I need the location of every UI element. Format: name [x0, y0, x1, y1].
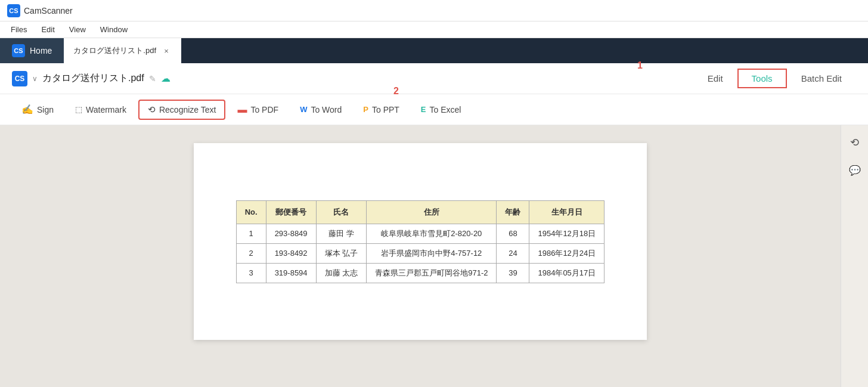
- menu-bar: Files Edit View Window: [0, 21, 868, 38]
- recognize-text-icon: ⟲: [148, 104, 156, 115]
- recognize-text-label: Recognize Text: [159, 105, 216, 114]
- document-page: No. 郵便番号 氏名 住所 年齢 生年月日 1 293-8849 藤田 学 岐…: [194, 143, 647, 340]
- doc-title-area: CS ∨ カタログ送付リスト.pdf ✎ ☁: [12, 71, 693, 86]
- document-canvas: No. 郵便番号 氏名 住所 年齢 生年月日 1 293-8849 藤田 学 岐…: [0, 125, 841, 387]
- title-bar: CS CamScanner: [0, 0, 868, 21]
- cell-age-2: 24: [497, 243, 529, 263]
- cell-address-3: 青森県三戸郡五戸町岡谷地971-2: [367, 263, 497, 283]
- menu-files[interactable]: Files: [5, 24, 33, 35]
- cell-name-3: 加藤 太志: [316, 263, 367, 283]
- sign-icon: ✍: [21, 104, 33, 115]
- menu-edit[interactable]: Edit: [35, 24, 60, 35]
- cell-address-2: 岩手県盛岡市向中野4-757-12: [367, 243, 497, 263]
- cell-no-1: 1: [236, 224, 266, 243]
- table-row: 3 319-8594 加藤 太志 青森県三戸郡五戸町岡谷地971-2 39 19…: [236, 263, 604, 283]
- cell-age-3: 39: [497, 263, 529, 283]
- annotation-1: 1: [637, 60, 643, 71]
- home-tab-label: Home: [30, 46, 52, 55]
- to-ppt-label: To PPT: [372, 105, 399, 114]
- cell-address-1: 岐阜県岐阜市雪見町2-820-20: [367, 224, 497, 243]
- to-word-icon: W: [300, 105, 307, 114]
- watermark-label: Watermark: [86, 105, 126, 114]
- to-pdf-label: To PDF: [250, 105, 278, 114]
- to-pdf-icon: ▬: [237, 104, 247, 115]
- doc-header: CS ∨ カタログ送付リスト.pdf ✎ ☁ 1 Edit Tools Batc…: [0, 63, 868, 94]
- data-table: No. 郵便番号 氏名 住所 年齢 生年月日 1 293-8849 藤田 学 岐…: [236, 200, 605, 283]
- cell-age-1: 68: [497, 224, 529, 243]
- tab-tools[interactable]: Tools: [737, 69, 787, 88]
- table-row: 2 193-8492 塚本 弘子 岩手県盛岡市向中野4-757-12 24 19…: [236, 243, 604, 263]
- sign-button[interactable]: ✍ Sign: [12, 99, 63, 120]
- to-excel-button[interactable]: E To Excel: [411, 100, 471, 119]
- main-content: No. 郵便番号 氏名 住所 年齢 生年月日 1 293-8849 藤田 学 岐…: [0, 125, 868, 387]
- tab-home[interactable]: CS Home: [0, 38, 64, 63]
- tab-edit[interactable]: Edit: [693, 69, 737, 88]
- app-logo: CS CamScanner: [7, 4, 73, 17]
- doc-logo: CS: [12, 71, 27, 86]
- sidebar-comment-button[interactable]: 💬: [845, 160, 865, 180]
- col-birthday: 生年月日: [529, 200, 604, 224]
- col-name: 氏名: [316, 200, 367, 224]
- cell-no-2: 2: [236, 243, 266, 263]
- watermark-button[interactable]: ⬚ Watermark: [66, 100, 136, 119]
- col-postal: 郵便番号: [266, 200, 316, 224]
- cloud-sync-icon[interactable]: ☁: [161, 73, 170, 84]
- cell-no-3: 3: [236, 263, 266, 283]
- watermark-icon: ⬚: [75, 105, 82, 114]
- cell-birthday-3: 1984年05月17日: [529, 263, 604, 283]
- cell-birthday-2: 1986年12月24日: [529, 243, 604, 263]
- sign-label: Sign: [37, 105, 54, 114]
- title-edit-icon[interactable]: ✎: [149, 74, 156, 83]
- cell-name-2: 塚本 弘子: [316, 243, 367, 263]
- cell-birthday-1: 1954年12月18日: [529, 224, 604, 243]
- to-pdf-button[interactable]: ▬ To PDF: [228, 100, 288, 120]
- app-name: CamScanner: [24, 6, 73, 16]
- to-excel-label: To Excel: [430, 105, 461, 114]
- table-header-row: No. 郵便番号 氏名 住所 年齢 生年月日: [236, 200, 604, 224]
- doc-title: カタログ送付リスト.pdf: [42, 72, 144, 85]
- col-address: 住所: [367, 200, 497, 224]
- home-tab-logo: CS: [12, 44, 25, 57]
- to-word-button[interactable]: W To Word: [290, 100, 351, 119]
- cell-name-1: 藤田 学: [316, 224, 367, 243]
- table-row: 1 293-8849 藤田 学 岐阜県岐阜市雪見町2-820-20 68 195…: [236, 224, 604, 243]
- recognize-text-button[interactable]: ⟲ Recognize Text: [138, 100, 225, 120]
- to-excel-icon: E: [421, 105, 426, 114]
- cell-postal-1: 293-8849: [266, 224, 316, 243]
- tab-batch-edit[interactable]: Batch Edit: [787, 69, 856, 88]
- col-age: 年齢: [497, 200, 529, 224]
- to-ppt-icon: P: [363, 105, 368, 114]
- menu-view[interactable]: View: [63, 24, 92, 35]
- toolbar-tabs: 1 Edit Tools Batch Edit: [693, 69, 856, 88]
- right-sidebar: ⟲ 💬: [841, 125, 868, 387]
- sidebar-recognize-button[interactable]: ⟲: [845, 132, 865, 153]
- col-no: No.: [236, 200, 266, 224]
- cell-postal-2: 193-8492: [266, 243, 316, 263]
- menu-window[interactable]: Window: [94, 24, 134, 35]
- annotation-2: 2: [393, 86, 399, 97]
- sub-toolbar: 2 ✍ Sign ⬚ Watermark ⟲ Recognize Text ▬ …: [0, 94, 868, 125]
- cell-postal-3: 319-8594: [266, 263, 316, 283]
- file-tab-label: カタログ送付リスト.pdf: [73, 45, 156, 56]
- to-ppt-button[interactable]: P To PPT: [354, 100, 409, 119]
- to-word-label: To Word: [311, 105, 342, 114]
- title-chevron-icon[interactable]: ∨: [32, 75, 38, 83]
- tab-file[interactable]: カタログ送付リスト.pdf ×: [64, 38, 181, 63]
- cs-logo-icon: CS: [7, 4, 20, 17]
- tab-bar: CS Home カタログ送付リスト.pdf ×: [0, 38, 868, 63]
- tab-close-button[interactable]: ×: [161, 45, 172, 56]
